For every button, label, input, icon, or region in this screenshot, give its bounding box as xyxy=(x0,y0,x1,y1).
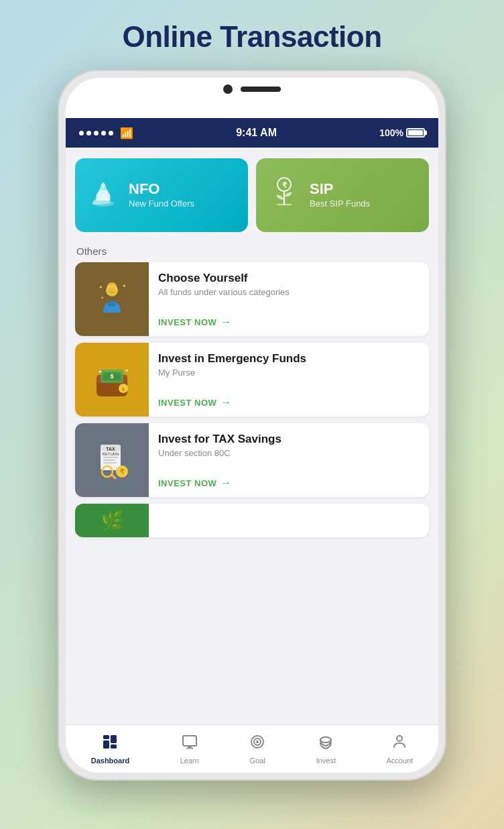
arrow-icon-0: → xyxy=(220,316,232,328)
list-item-tax-savings[interactable]: TAX RETURN ₹ xyxy=(75,423,429,497)
choose-yourself-body: Choose Yourself All funds under various … xyxy=(149,262,429,336)
invest-now-emergency-funds[interactable]: INVEST NOW → xyxy=(158,396,420,408)
tab-dashboard[interactable]: Dashboard xyxy=(84,730,136,769)
sip-card[interactable]: ₹ SIP Best SIP Funds xyxy=(256,158,429,232)
svg-text:₹: ₹ xyxy=(282,181,287,189)
front-camera xyxy=(223,85,233,94)
list-items-container: ✦ ✦ ✦ Choose Yourself All funds under va… xyxy=(66,262,438,504)
tab-goal[interactable]: Goal xyxy=(243,730,272,769)
emergency-funds-title: Invest in Emergency Funds xyxy=(158,352,420,366)
tab-bar: Dashboard Learn xyxy=(66,724,438,773)
nfo-icon: ₹ xyxy=(86,175,121,216)
svg-rect-7 xyxy=(108,301,116,307)
status-time: 9:41 AM xyxy=(236,127,277,139)
tax-savings-body: Invest for TAX Savings Under section 80C… xyxy=(149,423,429,497)
tab-learn[interactable]: Learn xyxy=(174,730,206,769)
page-title: Online Transaction xyxy=(122,20,381,54)
goal-icon xyxy=(249,734,265,754)
svg-text:$: $ xyxy=(110,373,113,380)
battery-fill xyxy=(408,130,423,135)
emergency-funds-body: Invest in Emergency Funds My Purse INVES… xyxy=(149,343,429,417)
nfo-title: NFO xyxy=(129,182,194,197)
svg-text:$: $ xyxy=(122,387,125,392)
invest-now-label-0: INVEST NOW xyxy=(158,317,216,327)
svg-text:✦: ✦ xyxy=(122,283,127,289)
svg-rect-31 xyxy=(103,735,109,739)
others-label: Others xyxy=(66,237,438,262)
svg-rect-8 xyxy=(109,292,115,294)
svg-rect-26 xyxy=(103,459,115,461)
invest-now-label-1: INVEST NOW xyxy=(158,398,216,408)
nfo-text: NFO New Fund Offers xyxy=(129,182,194,209)
emergency-funds-subtitle: My Purse xyxy=(158,368,420,378)
top-cards-row: ₹ NFO New Fund Offers xyxy=(66,148,438,237)
svg-text:✦: ✦ xyxy=(98,369,103,375)
wifi-icon: 📶 xyxy=(120,127,133,140)
sip-text: SIP Best SIP Funds xyxy=(310,182,370,209)
invest-icon xyxy=(318,734,334,754)
nfo-card[interactable]: ₹ NFO New Fund Offers xyxy=(75,158,248,232)
battery-percent: 100% xyxy=(379,127,403,138)
tax-savings-subtitle: Under section 80C xyxy=(158,448,420,458)
svg-rect-35 xyxy=(183,736,196,746)
svg-rect-33 xyxy=(111,735,117,743)
scroll-content[interactable]: ₹ NFO New Fund Offers xyxy=(66,148,438,724)
list-item-choose-yourself[interactable]: ✦ ✦ ✦ Choose Yourself All funds under va… xyxy=(75,262,429,336)
choose-yourself-subtitle: All funds under various categories xyxy=(158,287,420,297)
svg-text:RETURN: RETURN xyxy=(103,452,119,456)
svg-point-39 xyxy=(320,737,331,742)
account-label: Account xyxy=(387,757,414,765)
learn-icon xyxy=(182,734,198,754)
signal-dot-5 xyxy=(109,131,113,135)
svg-rect-25 xyxy=(103,457,118,458)
list-item-emergency-funds[interactable]: $ $ ✦ ✦ Invest in Emergency Funds My xyxy=(75,343,429,417)
invest-now-tax-savings[interactable]: INVEST NOW → xyxy=(158,477,420,489)
signal-dot-4 xyxy=(101,131,106,135)
sip-icon: ₹ xyxy=(267,175,302,216)
partial-card-image: 🌿 xyxy=(75,504,149,537)
invest-now-label-2: INVEST NOW xyxy=(158,478,216,488)
tab-invest[interactable]: Invest xyxy=(310,730,342,769)
svg-text:TAX: TAX xyxy=(106,447,115,451)
goal-label: Goal xyxy=(250,757,265,765)
svg-rect-27 xyxy=(103,462,117,463)
invest-label: Invest xyxy=(316,757,336,765)
battery-bar-icon xyxy=(406,128,425,137)
invest-now-choose-yourself[interactable]: INVEST NOW → xyxy=(158,316,420,328)
account-icon xyxy=(391,734,407,754)
svg-rect-34 xyxy=(111,744,117,749)
phone-screen: 📶 9:41 AM 100% xyxy=(66,78,438,773)
choose-yourself-title: Choose Yourself xyxy=(158,272,420,285)
svg-point-38 xyxy=(256,740,259,743)
signal-dots: 📶 xyxy=(79,127,133,140)
choose-yourself-image: ✦ ✦ ✦ xyxy=(75,262,149,336)
status-battery: 100% xyxy=(379,127,425,138)
emergency-funds-image: $ $ ✦ ✦ xyxy=(75,343,149,417)
tax-savings-title: Invest for TAX Savings xyxy=(158,433,420,446)
phone-frame: 📶 9:41 AM 100% xyxy=(58,70,446,781)
svg-point-40 xyxy=(397,736,402,741)
signal-dot-1 xyxy=(79,131,84,135)
dashboard-icon xyxy=(102,734,118,754)
dashboard-label: Dashboard xyxy=(91,757,129,765)
tab-account[interactable]: Account xyxy=(380,730,420,769)
arrow-icon-2: → xyxy=(220,477,232,489)
svg-text:✦: ✦ xyxy=(101,296,104,300)
signal-dot-3 xyxy=(94,131,99,135)
sip-title: SIP xyxy=(310,182,370,197)
svg-text:✦: ✦ xyxy=(125,368,129,373)
sip-subtitle: Best SIP Funds xyxy=(310,199,370,209)
tax-savings-image: TAX RETURN ₹ xyxy=(75,423,149,497)
status-bar: 📶 9:41 AM 100% xyxy=(66,118,438,148)
learn-label: Learn xyxy=(180,757,199,765)
svg-text:✦: ✦ xyxy=(99,284,103,290)
phone-speaker xyxy=(241,87,281,92)
phone-notch xyxy=(223,85,281,94)
nfo-subtitle: New Fund Offers xyxy=(129,199,194,209)
partial-card-bottom: 🌿 xyxy=(75,504,429,537)
svg-rect-32 xyxy=(103,740,109,749)
svg-text:₹: ₹ xyxy=(120,468,125,476)
arrow-icon-1: → xyxy=(220,396,232,408)
signal-dot-2 xyxy=(86,131,91,135)
